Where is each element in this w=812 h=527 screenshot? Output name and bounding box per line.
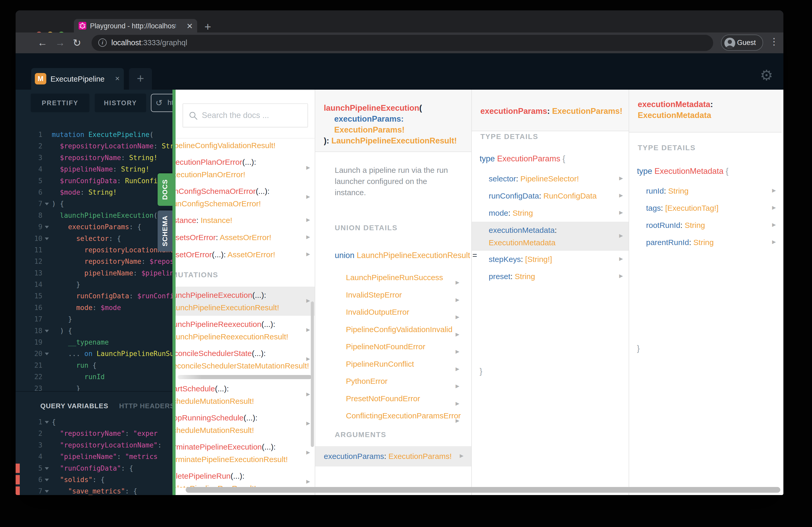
type-field-row[interactable]: mode: String ▶	[472, 205, 629, 222]
docs-search-input[interactable]: Search the docs ...	[183, 103, 308, 127]
code-line: 16 mode: $mode	[16, 302, 172, 313]
union-member[interactable]: InvalidStepError ▶	[346, 286, 467, 304]
url-text[interactable]: localhost:3333/graphql	[111, 39, 187, 47]
tab-docs[interactable]: DOCS	[158, 173, 172, 206]
type-declaration: type ExecutionParams {	[480, 154, 565, 164]
code-text: $pipelineName: String!	[52, 164, 149, 175]
close-tab-icon[interactable]: ✕	[187, 21, 193, 31]
type-field-row[interactable]: preset: String ▶	[472, 268, 629, 285]
argument-row[interactable]: executionParams: ExecutionParams! ▶	[315, 446, 471, 466]
docs-list-item[interactable]: reconcileSchedulerState(...): ReconcileS…	[176, 345, 315, 374]
endpoint-reload-icon[interactable]: ↺	[156, 98, 162, 108]
union-member[interactable]: LaunchPipelineRunSuccess ▶	[346, 269, 467, 286]
union-member[interactable]: PipelineConfigValidationInvalid ▶	[346, 321, 467, 338]
history-button[interactable]: HISTORY	[95, 93, 146, 112]
session-tab[interactable]: M ExecutePipeline ×	[31, 68, 124, 90]
docs-edge-handle[interactable]	[172, 90, 176, 495]
variables-editor[interactable]: 1 { 2 "repositoryName": "exper 3	[16, 416, 172, 495]
docs-list-item[interactable]: deletePipelineRun(...): DeletePipelineRu…	[176, 467, 315, 487]
prettify-button[interactable]: PRETTIFY	[31, 93, 89, 112]
docs-list-item[interactable]: runConfigSchemaOrError(...): RunConfigSc…	[176, 183, 315, 212]
code-text: "repositoryName": "exper	[52, 428, 158, 439]
back-icon[interactable]: ←	[38, 37, 47, 48]
docs-entry: assetsOrError: AssetsOrError! ▶	[176, 229, 315, 246]
settings-gear-icon[interactable]: ⚙	[760, 67, 773, 84]
code-text: "pipelineName": "metrics	[52, 451, 158, 462]
code-line: 2 $repositoryLocationName: String!	[16, 140, 172, 152]
type-field-row[interactable]: rootRunId: String ▶	[629, 217, 782, 234]
field-line-1: tags: [ExecutionTag!]	[646, 199, 782, 217]
code-line: 5 $runConfigData: RunConfigData!	[16, 175, 172, 186]
site-info-icon[interactable]: i	[98, 39, 107, 47]
type-field-row[interactable]: tags: [ExecutionTag!] ▶	[629, 199, 782, 217]
type-field-row[interactable]: selector: PipelineSelector! ▶	[472, 170, 629, 187]
variables-line: 3 "repositoryLocationName":	[16, 439, 172, 451]
divider	[176, 138, 315, 138]
code-text: "solids": {	[52, 474, 105, 485]
tab-query-variables[interactable]: QUERY VARIABLES	[40, 402, 108, 410]
docs-list-item[interactable]: terminatePipelineExecution(...): Termina…	[176, 438, 315, 467]
browser-tab[interactable]: Playground - http://localhost:3 ✕	[74, 19, 197, 32]
docs-list-item[interactable]: assetOrError(...): AssetOrError! ▶	[176, 246, 315, 263]
new-tab-button[interactable]: +	[204, 20, 211, 33]
docs-list-item[interactable]: assetsOrError: AssetsOrError! ▶	[176, 229, 315, 246]
forward-icon[interactable]: →	[55, 37, 65, 48]
code-text: repositoryName: $repositoryName	[52, 256, 172, 267]
docs-list-item[interactable]: launchPipelineReexecution(...): LaunchPi…	[176, 316, 315, 345]
query-editor[interactable]: 1 mutation ExecutePipeline( 2 $repositor…	[16, 118, 172, 391]
docs-list-item[interactable]: executionPlanOrError(...): ExecutionPlan…	[176, 154, 315, 183]
code-line: 10 selector: {	[16, 233, 172, 244]
line-number: 4	[16, 451, 42, 462]
type-field-row[interactable]: parentRunId: String ▶	[629, 234, 782, 251]
docs-list-item[interactable]: startSchedule(...): ScheduleMutationResu…	[176, 380, 315, 409]
type-field-row[interactable]: stepKeys: [String!] ▶	[472, 251, 629, 268]
union-member-label: PythonError	[346, 377, 388, 386]
union-member[interactable]: InvalidOutputError ▶	[346, 303, 467, 321]
field-signature-header: launchPipelineExecution( executionParams…	[315, 90, 471, 152]
docs-list-item[interactable]: instance: Instance! ▶	[176, 212, 315, 229]
docs-entry: runConfigSchemaOrError(...): RunConfigSc…	[176, 183, 315, 212]
union-member[interactable]: PythonError ▶	[346, 373, 467, 390]
item-line-1: instance: Instance!	[176, 212, 315, 229]
tab-schema[interactable]: SCHEMA	[158, 210, 172, 252]
union-member[interactable]: PresetNotFoundError ▶	[346, 390, 467, 407]
line-number: 1	[16, 416, 42, 428]
type-field-list: selector: PipelineSelector! ▶ runConfigD…	[472, 170, 629, 285]
query-editor-lines: 1 mutation ExecutePipeline( 2 $repositor…	[16, 118, 172, 391]
chevron-right-icon: ▶	[619, 192, 623, 198]
variables-lines: 1 { 2 "repositoryName": "exper 3	[16, 416, 172, 495]
union-member[interactable]: PipelineNotFoundError ▶	[346, 338, 467, 356]
field-line-1: runConfigData: RunConfigData	[489, 187, 629, 205]
docs-list-item[interactable]: PipelineConfigValidationResult!	[176, 139, 315, 154]
tab-http-headers[interactable]: HTTP HEADERS	[119, 402, 175, 410]
item-line-2: RunConfigSchemaOrError!	[176, 197, 315, 210]
vertical-scrollbar[interactable]	[311, 301, 314, 447]
line-number: 21	[16, 360, 42, 371]
horizontal-scrollbar[interactable]	[178, 375, 311, 379]
docs-entry	[176, 375, 315, 379]
reload-icon[interactable]: ↻	[73, 37, 81, 49]
code-text: }	[52, 313, 72, 325]
type-field-row[interactable]: runConfigData: RunConfigData ▶	[472, 187, 629, 205]
search-placeholder: Search the docs ...	[202, 111, 269, 120]
docs-list-item[interactable]: stopRunningSchedule(...): ScheduleMutati…	[176, 409, 315, 438]
docs-horizontal-scrollbar[interactable]	[186, 487, 780, 493]
union-member[interactable]: PipelineRunConflict ▶	[346, 356, 467, 373]
new-session-button[interactable]: +	[129, 68, 152, 90]
union-member[interactable]: ConflictingExecutionParamsError ▶	[346, 407, 467, 425]
docs-list-item[interactable]: launchPipelineExecution(...): LaunchPipe…	[176, 287, 315, 316]
close-session-icon[interactable]: ×	[115, 74, 120, 83]
browser-menu-icon[interactable]: ⋮	[769, 36, 779, 47]
profile-button[interactable]: Guest	[721, 34, 763, 51]
type-field-row[interactable]: executionMetadata: ExecutionMetadata ▶	[472, 222, 629, 251]
chevron-right-icon: ▶	[306, 391, 310, 397]
fold-arrow-icon	[45, 203, 49, 205]
browser-tab-title: Playground - http://localhost:3	[90, 22, 176, 30]
type-declaration: type ExecutionMetadata {	[637, 167, 728, 176]
code-text: launchPipelineExecution(	[52, 210, 158, 221]
docs-entry: deletePipelineRun(...): DeletePipelineRu…	[176, 467, 315, 487]
type-field-row[interactable]: runId: String ▶	[629, 182, 782, 199]
url-bar[interactable]: i localhost:3333/graphql	[91, 35, 713, 51]
code-text: {	[52, 416, 56, 428]
chevron-right-icon: ▶	[306, 449, 310, 455]
